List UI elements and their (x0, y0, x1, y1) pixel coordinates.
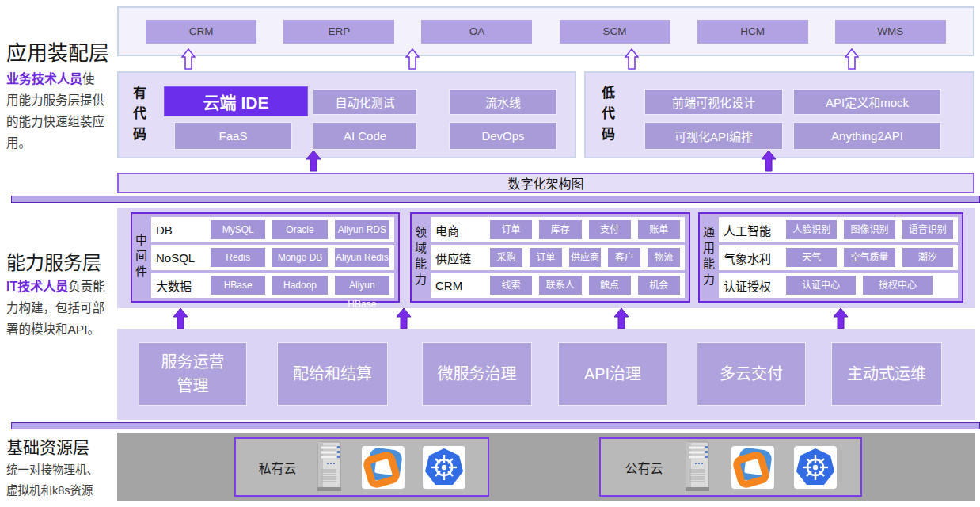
solid-up-arrow-icon (173, 308, 188, 330)
layer-divider (11, 422, 980, 429)
solid-up-arrow-icon (306, 151, 321, 172)
chip-api-define-mock: API定义和mock (793, 89, 941, 115)
app-chip-crm: CRM (146, 20, 256, 44)
hollow-up-arrow-icon (181, 48, 196, 70)
row-label: 人工智能 (724, 222, 779, 238)
domain-row-supply-chain: 供应链 采购 订单 供应商 客户 物流 (431, 245, 685, 270)
app-chip-hcm: HCM (697, 20, 808, 44)
row-label: 认证授权 (724, 277, 779, 294)
kubernetes-icon (794, 446, 837, 489)
digital-architecture-bar: 数字化架构图 (117, 173, 974, 193)
chip-bill: 账单 (638, 220, 680, 239)
public-cloud-box: 公有云 (599, 437, 862, 497)
capability-group-middleware: 中间件 DB MySQL Oracle Aliyun RDS NoSQL Red… (131, 212, 400, 303)
server-icon (682, 441, 712, 494)
middleware-label: 中间件 (132, 234, 151, 281)
solid-up-arrow-icon (396, 308, 412, 330)
hollow-up-arrow-icon (405, 48, 420, 70)
layer-desc-capability-service: IT技术人员负责能力构建，包括可部署的模块和API。 (6, 276, 106, 340)
row-label: DB (156, 223, 203, 237)
chip-logistics: 物流 (648, 248, 680, 267)
app-chip-scm: SCM (560, 20, 670, 44)
chip-hbase: HBase (211, 276, 265, 295)
chip-mysql: MySQL (211, 220, 265, 239)
general-row-weather: 气象水利 天气 空气质量 潮汐 (719, 245, 958, 270)
architecture-diagram-page: { "colors": { "accent_purple": "#6B2EEB"… (0, 0, 980, 507)
chip-customer: 客户 (608, 248, 640, 267)
hollow-up-arrow-icon (845, 48, 859, 70)
domain-row-crm: CRM 线索 联系人 触点 机会 (431, 273, 685, 298)
chip-auto-test: 自动化测试 (313, 89, 417, 115)
row-label: 电商 (435, 222, 483, 238)
private-cloud-label: 私有云 (258, 458, 296, 477)
layer-desc-text: 统一对接物理机、虚拟机和k8s资源 (6, 463, 98, 497)
public-cloud-label: 公有云 (625, 458, 663, 477)
chip-speech-recognition: 语音识别 (902, 220, 953, 239)
row-label: 供应链 (435, 250, 483, 266)
low-code-section: 低代码 前端可视化设计 API定义和mock 可视化API编排 Anything… (584, 71, 974, 158)
vmware-icon (362, 446, 405, 489)
domain-row-ecommerce: 电商 订单 库存 支付 账单 (431, 217, 685, 242)
layer-desc-application-assembly: 业务技术人员使用能力服务层提供的能力快速组装应用。 (6, 68, 106, 154)
domain-capability-label: 领域能力 (412, 226, 431, 289)
chip-ai-code: AI Code (313, 122, 417, 150)
chip-visual-api-orchestration: 可视化API编排 (644, 122, 783, 150)
middleware-row-db: DB MySQL Oracle Aliyun RDS (151, 217, 394, 242)
layer-title-infrastructure: 基础资源层 (6, 434, 89, 458)
pro-code-label: 有代码 (128, 86, 148, 147)
app-chip-oa: OA (421, 20, 532, 44)
service-box-api-governance: API治理 (558, 342, 667, 406)
capability-group-general: 通用能力 人工智能 人脸识别 图像识别 语音识别 气象水利 天气 空气质量 潮汐… (698, 212, 963, 303)
chip-pipeline: 流水线 (449, 89, 557, 115)
chip-touchpoints: 触点 (589, 276, 631, 295)
app-chip-erp: ERP (283, 20, 394, 44)
row-label: 大数据 (156, 277, 203, 294)
chip-order: 订单 (530, 248, 562, 267)
chip-weather: 天气 (786, 248, 837, 267)
low-code-label: 低代码 (597, 86, 617, 147)
chip-frontend-visual-design: 前端可视化设计 (644, 89, 783, 115)
middleware-row-nosql: NoSQL Redis Mongo DB Aliyun Redis (151, 245, 394, 270)
service-box-multicloud-delivery: 多云交付 (697, 342, 806, 406)
chip-inventory: 库存 (539, 220, 581, 239)
middleware-row-bigdata: 大数据 HBase Hadoop Aliyun HBase (151, 273, 394, 298)
solid-up-arrow-icon (613, 308, 629, 330)
chip-leads: 线索 (490, 276, 532, 295)
app-chip-wms: WMS (835, 20, 946, 44)
service-box-operation-mgmt: 服务运营 管理 (139, 342, 247, 406)
row-label: NoSQL (156, 251, 203, 265)
chip-oracle: Oracle (272, 220, 327, 239)
chip-anything2api: Anything2API (793, 122, 941, 150)
chip-cloud-ide: 云端 IDE (164, 86, 308, 116)
chip-mongodb: Mongo DB (272, 248, 327, 267)
chip-auth-center: 认证中心 (786, 276, 856, 295)
layer-title-capability-service: 能力服务层 (6, 247, 101, 275)
hollow-up-arrow-icon (625, 48, 639, 70)
chip-tide: 潮汐 (902, 248, 953, 267)
pro-code-section: 有代码 云端 IDE 自动化测试 流水线 FaaS AI Code DevOps (117, 71, 576, 158)
chip-opportunity: 机会 (638, 276, 680, 295)
chip-aliyun-hbase: Aliyun HBase (335, 276, 389, 295)
server-icon (314, 441, 344, 494)
layer-title-application-assembly: 应用装配层 (6, 36, 109, 66)
role-highlight-business-tech: 业务技术人员 (6, 72, 82, 86)
role-highlight-it-tech: IT技术人员 (6, 280, 68, 293)
chip-face-recognition: 人脸识别 (786, 220, 837, 239)
solid-up-arrow-icon (833, 308, 849, 330)
chip-procurement: 采购 (490, 248, 522, 267)
solid-up-arrow-icon (761, 151, 777, 172)
general-row-auth: 认证授权 认证中心 授权中心 (719, 273, 958, 298)
chip-aliyun-redis: Aliyun Redis (335, 248, 389, 267)
chip-order: 订单 (490, 220, 532, 239)
chip-faas: FaaS (174, 122, 292, 150)
private-cloud-box: 私有云 (234, 437, 489, 497)
chip-payment: 支付 (589, 220, 631, 239)
vmware-icon (731, 446, 774, 489)
general-capability-label: 通用能力 (700, 226, 719, 289)
chip-supplier: 供应商 (569, 248, 602, 267)
capability-group-domain: 领域能力 电商 订单 库存 支付 账单 供应链 采购 订单 供应商 客户 物流 … (410, 212, 690, 303)
layer-desc-infrastructure: 统一对接物理机、虚拟机和k8s资源 (6, 459, 103, 501)
chip-aliyun-rds: Aliyun RDS (335, 220, 389, 239)
chip-devops: DevOps (449, 122, 557, 150)
chip-image-recognition: 图像识别 (844, 220, 895, 239)
